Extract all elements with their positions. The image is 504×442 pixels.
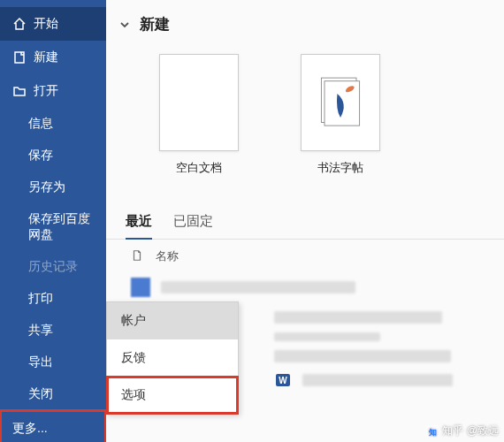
popup-item-options[interactable]: 选项 <box>107 377 238 414</box>
sidebar-item-home[interactable]: 开始 <box>0 7 106 41</box>
sidebar-item-new[interactable]: 新建 <box>0 41 106 74</box>
sidebar-item-save-baidu[interactable]: 保存到百度网盘 <box>0 203 106 251</box>
recent-tabs: 最近 已固定 <box>106 206 504 240</box>
template-label: 空白文档 <box>176 160 222 176</box>
svg-text:知: 知 <box>428 427 437 436</box>
column-name: 名称 <box>156 248 179 264</box>
sidebar-item-close[interactable]: 关闭 <box>0 378 106 410</box>
sidebar-label: 开始 <box>34 16 58 32</box>
main-panel: 新建 空白文档 书法字帖 最近 已固定 名称 <box>106 0 504 442</box>
sidebar-label: 新建 <box>34 50 58 65</box>
recent-list: 帐户 反馈 选项 W <box>106 270 504 393</box>
backstage-sidebar: 开始 新建 打开 信息 保存 另存为 保存到百度网盘 历史记录 打印 共享 导出… <box>0 0 106 442</box>
sidebar-item-saveas[interactable]: 另存为 <box>0 171 106 203</box>
sidebar-item-history: 历史记录 <box>0 251 106 283</box>
watermark: 知 知乎 @致远 <box>426 423 499 438</box>
tab-recent[interactable]: 最近 <box>126 206 152 239</box>
list-header: 名称 <box>106 240 504 270</box>
section-title: 新建 <box>140 14 170 34</box>
chevron-down-icon <box>118 19 131 31</box>
doc-name-redacted <box>161 281 355 293</box>
list-item[interactable] <box>126 273 504 301</box>
section-header-new[interactable]: 新建 <box>106 0 504 38</box>
sidebar-item-print[interactable]: 打印 <box>0 283 106 315</box>
doc-thumb <box>131 278 150 297</box>
sidebar-item-open[interactable]: 打开 <box>0 74 106 108</box>
sidebar-item-more[interactable]: 更多... <box>0 410 106 442</box>
open-icon <box>12 84 27 98</box>
file-icon <box>131 249 143 264</box>
template-thumb-blank <box>159 54 239 151</box>
popup-item-account[interactable]: 帐户 <box>107 302 238 339</box>
home-icon <box>12 17 27 31</box>
doc-meta-redacted <box>274 332 380 341</box>
more-popup: 帐户 反馈 选项 <box>106 301 239 415</box>
new-icon <box>12 50 27 65</box>
template-thumb-calligraphy <box>301 54 380 151</box>
template-blank-doc[interactable]: 空白文档 <box>159 54 239 176</box>
template-gallery: 空白文档 书法字帖 <box>106 38 504 190</box>
sidebar-item-info[interactable]: 信息 <box>0 108 106 140</box>
doc-name-redacted <box>274 311 442 324</box>
sidebar-label: 打开 <box>34 83 58 99</box>
template-calligraphy[interactable]: 书法字帖 <box>301 54 380 176</box>
svg-rect-0 <box>15 52 24 63</box>
svg-text:W: W <box>279 376 287 385</box>
word-file-icon: W <box>274 371 292 389</box>
sidebar-item-save[interactable]: 保存 <box>0 140 106 171</box>
doc-name-redacted <box>302 374 453 386</box>
sidebar-item-share[interactable]: 共享 <box>0 315 106 347</box>
popup-item-feedback[interactable]: 反馈 <box>107 339 238 377</box>
doc-name-redacted <box>274 350 451 362</box>
template-label: 书法字帖 <box>317 160 363 176</box>
sidebar-item-export[interactable]: 导出 <box>0 347 106 378</box>
tab-pinned[interactable]: 已固定 <box>173 206 213 239</box>
